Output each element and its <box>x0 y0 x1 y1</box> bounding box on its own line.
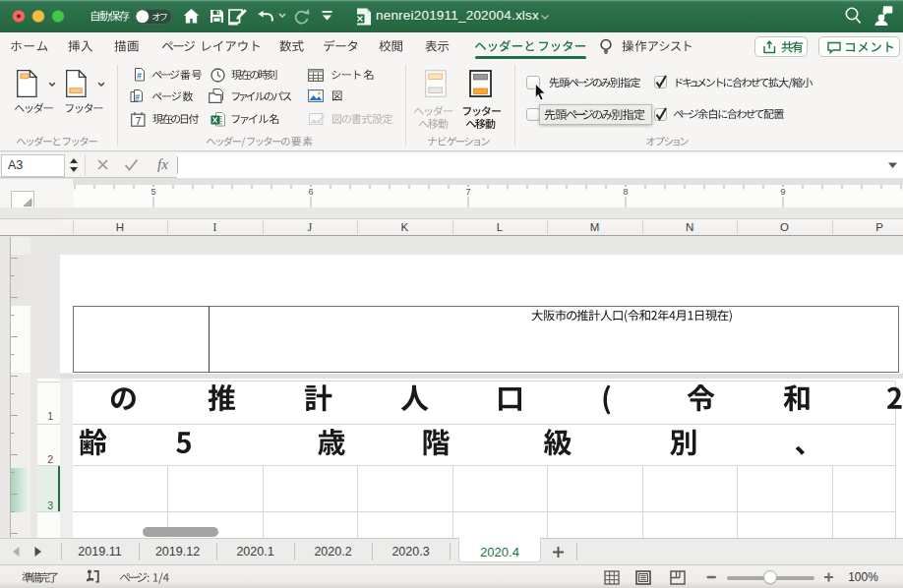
svg-text:#: # <box>135 92 140 102</box>
svg-text:#: # <box>137 71 142 81</box>
svg-text:7: 7 <box>136 116 142 127</box>
